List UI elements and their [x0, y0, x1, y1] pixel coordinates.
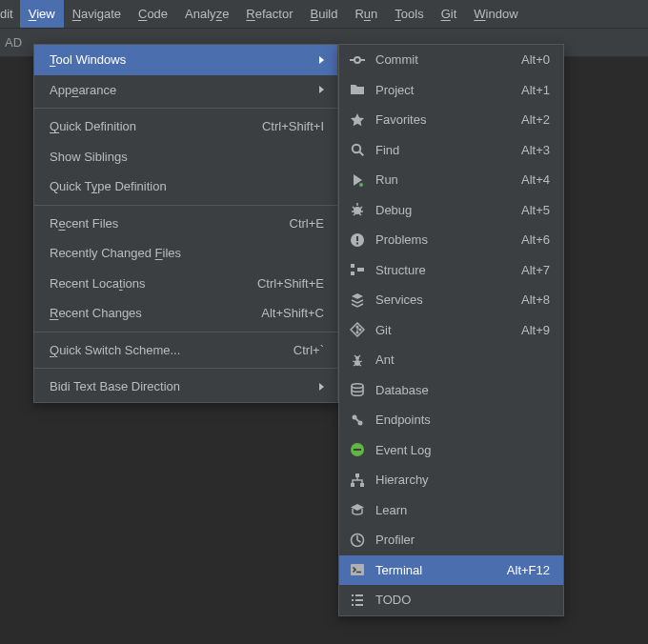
terminal-icon: [349, 561, 366, 578]
database-icon: [349, 381, 366, 398]
menu-item-label: Recent Files: [50, 216, 280, 231]
toolbar-text: AD: [5, 35, 22, 50]
view-menu-item[interactable]: Bidi Text Base Direction: [34, 372, 337, 402]
problems-icon: [349, 231, 366, 249]
learn-icon: [349, 501, 366, 518]
menu-navigate[interactable]: Navigate: [64, 0, 130, 29]
favorites-icon: [349, 111, 366, 129]
tool-window-item-database[interactable]: Database: [339, 375, 563, 406]
menu-separator: [34, 205, 337, 206]
menu-window[interactable]: Window: [465, 0, 526, 29]
view-menu-item[interactable]: Recently Changed Files: [34, 238, 337, 269]
menu-item-label: Database: [375, 383, 550, 397]
tool-window-item-commit[interactable]: CommitAlt+0: [339, 45, 563, 75]
menu-item-label: Endpoints: [375, 413, 550, 427]
find-icon: [349, 141, 366, 158]
menu-item-label: Appearance: [50, 83, 312, 97]
tool-window-item-terminal[interactable]: TerminalAlt+F12: [339, 555, 563, 586]
todo-icon: [349, 592, 366, 609]
menu-item-label: Terminal: [375, 563, 497, 577]
view-menu-item[interactable]: Tool Windows: [34, 45, 337, 75]
view-menu-item[interactable]: Quick Switch Scheme...Ctrl+`: [34, 335, 337, 366]
tool-window-item-hierarchy[interactable]: Hierarchy: [339, 465, 563, 495]
menu-item-shortcut: Ctrl+Shift+I: [253, 119, 324, 133]
menu-item-label: Services: [375, 292, 512, 307]
menu-item-label: Commit: [375, 52, 512, 67]
commit-icon: [349, 51, 366, 69]
tool-window-item-git[interactable]: GitAlt+9: [339, 315, 563, 346]
view-menu-item[interactable]: Quick DefinitionCtrl+Shift+I: [34, 111, 337, 142]
tool-windows-submenu: CommitAlt+0ProjectAlt+1FavoritesAlt+2Fin…: [338, 44, 564, 616]
menu-view[interactable]: View: [20, 0, 64, 29]
profiler-icon: [349, 532, 366, 549]
view-menu-item[interactable]: Quick Type Definition: [34, 171, 337, 202]
tool-window-item-favorites[interactable]: FavoritesAlt+2: [339, 105, 563, 135]
tool-window-item-find[interactable]: FindAlt+3: [339, 135, 563, 166]
menu-separator: [34, 332, 337, 332]
tool-window-item-event-log[interactable]: Event Log: [339, 435, 563, 466]
run-icon: [349, 171, 366, 189]
menu-item-label: Recent Locations: [50, 276, 248, 291]
menu-item-shortcut: Alt+3: [512, 143, 550, 157]
tool-window-item-services[interactable]: ServicesAlt+8: [339, 285, 563, 315]
menu-item-shortcut: Ctrl+`: [284, 343, 324, 357]
menu-item-shortcut: Alt+1: [512, 83, 550, 97]
tool-window-item-learn[interactable]: Learn: [339, 495, 563, 526]
menu-item-label: Show Siblings: [50, 150, 324, 164]
ant-icon: [349, 352, 366, 369]
tool-window-item-profiler[interactable]: Profiler: [339, 525, 563, 555]
menu-item-shortcut: Alt+2: [512, 112, 550, 127]
project-icon: [349, 81, 366, 98]
structure-icon: [349, 261, 366, 278]
menu-item-label: Quick Switch Scheme...: [50, 343, 284, 357]
menu-separator: [34, 108, 337, 109]
view-menu-item[interactable]: Appearance: [34, 75, 337, 106]
tool-window-item-debug[interactable]: DebugAlt+5: [339, 195, 563, 226]
menu-item-label: Git: [375, 323, 512, 337]
view-menu-item[interactable]: Recent ChangesAlt+Shift+C: [34, 298, 337, 329]
menu-item-shortcut: Alt+4: [512, 172, 550, 187]
menu-build[interactable]: Build: [302, 0, 347, 29]
tool-window-item-run[interactable]: RunAlt+4: [339, 165, 563, 195]
tool-window-item-todo[interactable]: TODO: [339, 585, 563, 615]
menu-item-label: Favorites: [375, 112, 512, 127]
menu-item-shortcut: Alt+5: [512, 203, 550, 217]
menu-dit[interactable]: dit: [0, 0, 20, 29]
menu-item-label: Quick Definition: [50, 119, 253, 133]
eventlog-icon: [349, 441, 366, 458]
menu-item-label: Learn: [375, 503, 550, 517]
menu-run[interactable]: Run: [346, 0, 386, 29]
view-menu-popup: Tool WindowsAppearanceQuick DefinitionCt…: [33, 44, 338, 403]
menu-tools[interactable]: Tools: [386, 0, 432, 29]
submenu-arrow-icon: [319, 56, 324, 64]
menu-item-label: Profiler: [375, 533, 550, 547]
tool-window-item-problems[interactable]: ProblemsAlt+6: [339, 225, 563, 255]
submenu-arrow-icon: [319, 86, 324, 93]
menubar: ditViewNavigateCodeAnalyzeRefactorBuildR…: [0, 0, 648, 29]
menu-item-shortcut: Alt+Shift+C: [252, 306, 324, 320]
menu-git[interactable]: Git: [433, 0, 466, 29]
debug-icon: [349, 201, 366, 218]
view-menu-item[interactable]: Show Siblings: [34, 142, 337, 172]
menu-item-label: Tool Windows: [50, 52, 312, 67]
menu-item-label: Debug: [375, 203, 512, 217]
git-icon: [349, 321, 366, 338]
menu-item-label: Run: [375, 172, 512, 187]
menu-refactor[interactable]: Refactor: [237, 0, 301, 29]
tool-window-item-project[interactable]: ProjectAlt+1: [339, 75, 563, 106]
menu-item-shortcut: Alt+0: [512, 52, 550, 67]
tool-window-item-structure[interactable]: StructureAlt+7: [339, 255, 563, 286]
menu-item-label: Find: [375, 143, 512, 157]
menu-item-label: Recent Changes: [50, 306, 252, 320]
tool-window-item-endpoints[interactable]: Endpoints: [339, 405, 563, 435]
view-menu-item[interactable]: Recent FilesCtrl+E: [34, 209, 337, 239]
menu-analyze[interactable]: Analyze: [176, 0, 237, 29]
menu-item-label: Ant: [375, 352, 550, 367]
menu-item-label: Quick Type Definition: [50, 179, 324, 193]
menu-item-label: Event Log: [375, 443, 550, 457]
menu-item-shortcut: Alt+9: [512, 323, 550, 337]
menu-code[interactable]: Code: [130, 0, 176, 29]
menu-item-label: Bidi Text Base Direction: [50, 379, 312, 393]
view-menu-item[interactable]: Recent LocationsCtrl+Shift+E: [34, 269, 337, 299]
tool-window-item-ant[interactable]: Ant: [339, 345, 563, 375]
